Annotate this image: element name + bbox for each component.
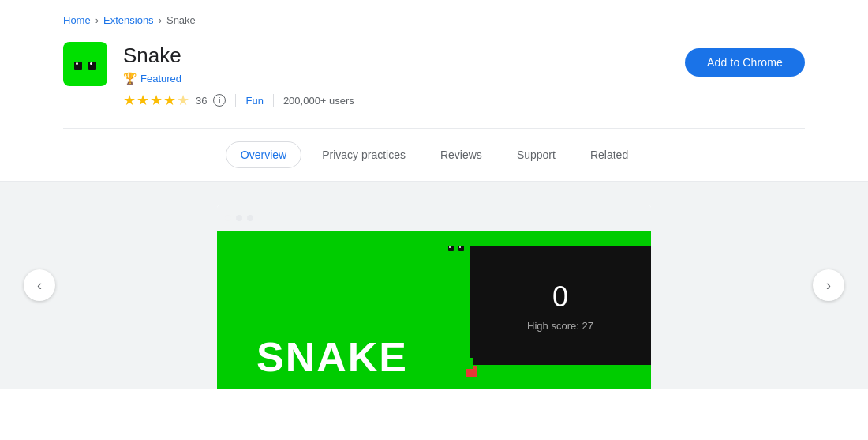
star-5: ★ xyxy=(177,92,189,109)
header-section: Snake 🏆 Featured ★ ★ ★ ★ ★ 36 i Fun 200,… xyxy=(0,34,868,128)
rating-count: 36 xyxy=(196,95,207,107)
tab-overview[interactable]: Overview xyxy=(226,141,301,168)
snake-eye-left xyxy=(74,62,82,70)
app-icon xyxy=(63,42,107,86)
preview-dot-2 xyxy=(236,215,242,221)
mini-eye-left xyxy=(448,246,454,251)
tab-privacy[interactable]: Privacy practices xyxy=(308,142,420,167)
tabs-section: Overview Privacy practices Reviews Suppo… xyxy=(0,129,868,182)
featured-icon: 🏆 xyxy=(123,72,137,85)
breadcrumb: Home › Extensions › Snake xyxy=(0,0,868,34)
rating-row: ★ ★ ★ ★ ★ 36 i Fun 200,000+ users xyxy=(123,92,354,109)
header-left: Snake 🏆 Featured ★ ★ ★ ★ ★ 36 i Fun 200,… xyxy=(63,42,354,109)
stars: ★ ★ ★ ★ ★ xyxy=(123,92,189,109)
game-overlay: 0 High score: 27 xyxy=(470,246,651,365)
mini-eye-right xyxy=(458,246,464,251)
divider-v xyxy=(235,94,236,107)
star-1: ★ xyxy=(123,92,136,109)
breadcrumb-home[interactable]: Home xyxy=(63,14,91,26)
star-4: ★ xyxy=(163,92,176,109)
info-icon[interactable]: i xyxy=(213,94,226,107)
game-screenshot: 0 High score: 27 SNAKE xyxy=(217,231,651,389)
snake-eye-right xyxy=(88,62,96,70)
fun-tag[interactable]: Fun xyxy=(245,95,263,107)
breadcrumb-sep-2: › xyxy=(159,14,162,26)
game-snake-logo: SNAKE xyxy=(256,333,408,381)
star-3: ★ xyxy=(150,92,163,109)
preview-inner: 0 High score: 27 SNAKE xyxy=(217,205,651,389)
game-snake-body xyxy=(462,358,473,369)
mini-eyes xyxy=(448,246,464,251)
breadcrumb-current: Snake xyxy=(166,14,196,26)
carousel-left-button[interactable]: ‹ xyxy=(24,269,55,301)
preview-container: 0 High score: 27 SNAKE xyxy=(217,205,651,389)
preview-dot-3 xyxy=(247,215,253,221)
snake-eyes xyxy=(74,62,96,70)
preview-section: ‹ 0 High score: 27 xyxy=(0,182,868,389)
app-title: Snake xyxy=(123,43,354,68)
carousel-right-button[interactable]: › xyxy=(813,269,844,301)
preview-top-bar xyxy=(217,205,651,231)
featured-label: Featured xyxy=(140,73,181,85)
breadcrumb-extensions[interactable]: Extensions xyxy=(103,14,154,26)
preview-dot-1 xyxy=(225,215,231,221)
game-high-score: High score: 27 xyxy=(527,320,593,332)
tab-related[interactable]: Related xyxy=(576,142,642,167)
featured-badge: 🏆 Featured xyxy=(123,72,354,85)
game-snake-icon xyxy=(443,237,470,259)
star-2: ★ xyxy=(137,92,149,109)
breadcrumb-sep-1: › xyxy=(95,14,99,26)
game-score: 0 xyxy=(552,280,568,314)
add-to-chrome-button[interactable]: Add to Chrome xyxy=(685,48,805,77)
users-text: 200,000+ users xyxy=(283,95,354,107)
tab-support[interactable]: Support xyxy=(503,142,570,167)
tab-reviews[interactable]: Reviews xyxy=(426,142,496,167)
divider-v-2 xyxy=(273,94,274,107)
app-info: Snake 🏆 Featured ★ ★ ★ ★ ★ 36 i Fun 200,… xyxy=(123,42,354,109)
